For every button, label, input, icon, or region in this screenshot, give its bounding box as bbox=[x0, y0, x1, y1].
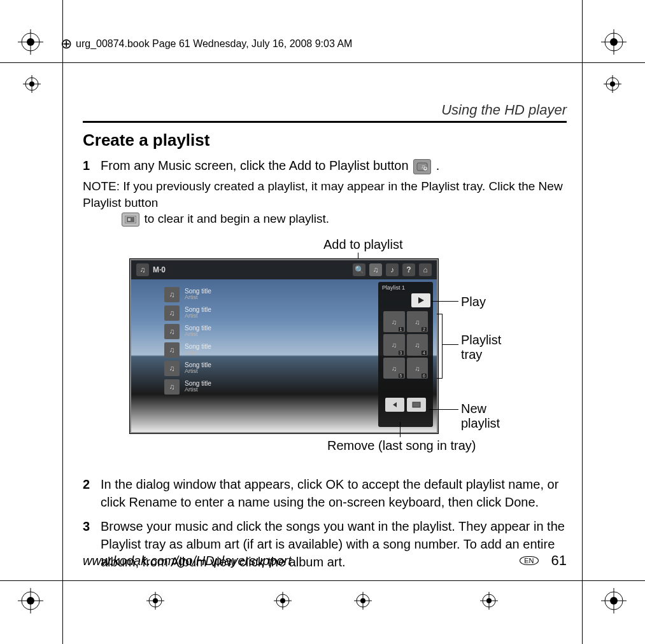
playlist-title: Playlist 1 bbox=[381, 284, 430, 291]
crop-mark-bl bbox=[18, 588, 43, 613]
tray-item[interactable]: ♫2 bbox=[407, 311, 429, 333]
tray-item[interactable]: ♫4 bbox=[407, 334, 429, 356]
song-artist: Artist bbox=[185, 313, 211, 319]
callout-add: Add to playlist bbox=[323, 237, 403, 252]
callout-tray: Playlist tray bbox=[461, 333, 501, 362]
frame-top bbox=[0, 62, 645, 63]
step-2-text: In the dialog window that appears, click… bbox=[101, 475, 567, 511]
document-header: ⊕ urg_00874.book Page 61 Wednesday, July… bbox=[60, 37, 352, 51]
play-button[interactable] bbox=[411, 293, 430, 307]
tray-item[interactable]: ♫6 bbox=[407, 358, 429, 379]
callout-play-line bbox=[432, 301, 458, 302]
list-item[interactable]: ♫ Song titleArtist bbox=[164, 361, 292, 376]
target-right bbox=[604, 75, 621, 93]
list-item[interactable]: ♫ Song titleArtist bbox=[164, 324, 292, 339]
header-mark-icon: ⊕ bbox=[60, 37, 72, 51]
album-art-icon: ♫ bbox=[164, 324, 180, 339]
hd-player-screenshot: ♫ M·0 🔍 ♫ ♪ ? ⌂ ♫ Song titleArtist ♫ Son… bbox=[130, 259, 438, 433]
svg-rect-46 bbox=[128, 218, 131, 221]
new-playlist-icon bbox=[122, 213, 139, 227]
remove-last-button[interactable] bbox=[385, 398, 404, 412]
frame-bottom bbox=[0, 580, 645, 581]
footer: www.kodak.com/go/HDplayersupport EN 61 bbox=[83, 552, 567, 569]
frame-left bbox=[62, 0, 63, 644]
footer-url: www.kodak.com/go/HDplayersupport bbox=[83, 554, 520, 568]
album-art-icon: ♫ bbox=[164, 361, 180, 376]
target-bottom-3 bbox=[354, 592, 372, 610]
note: NOTE: If you previously created a playli… bbox=[83, 178, 567, 227]
step-1-body: From any Music screen, click the Add to … bbox=[101, 157, 567, 174]
tray-bracket bbox=[437, 314, 443, 379]
callout-remove: Remove (last song in tray) bbox=[327, 438, 476, 453]
search-icon[interactable]: 🔍 bbox=[353, 263, 365, 276]
section-header: Using the HD player bbox=[83, 102, 567, 123]
callout-new-line bbox=[429, 409, 458, 410]
song-artist: Artist bbox=[185, 295, 211, 301]
svg-rect-48 bbox=[413, 402, 420, 407]
language-badge: EN bbox=[520, 556, 538, 565]
step-1-text-b: . bbox=[436, 158, 440, 172]
page-number: 61 bbox=[551, 552, 567, 569]
breadcrumb: M·0 bbox=[153, 265, 166, 274]
song-artist: Artist bbox=[185, 350, 211, 356]
new-playlist-button[interactable] bbox=[407, 398, 426, 412]
note-text-a: If you previously created a playlist, it… bbox=[83, 179, 563, 209]
list-item[interactable]: ♫ Song titleArtist bbox=[164, 342, 292, 358]
note-label: NOTE: bbox=[83, 179, 123, 193]
target-bottom-1 bbox=[146, 592, 164, 610]
crop-mark-br bbox=[601, 588, 627, 613]
callout-remove-line bbox=[400, 422, 400, 437]
album-art-icon: ♫ bbox=[164, 305, 180, 321]
page-title: Create a playlist bbox=[83, 130, 567, 150]
crop-mark-tr bbox=[601, 29, 627, 55]
help-icon[interactable]: ? bbox=[402, 263, 415, 276]
step-1-number: 1 bbox=[83, 157, 92, 174]
album-art-icon: ♫ bbox=[164, 342, 180, 358]
callout-new: New playlist bbox=[461, 402, 500, 431]
tray-item[interactable]: ♫5 bbox=[383, 358, 405, 379]
callout-tray-line bbox=[442, 344, 458, 345]
topbar: ♫ M·0 🔍 ♫ ♪ ? ⌂ bbox=[131, 260, 437, 279]
album-art-icon: ♫ bbox=[164, 287, 180, 302]
playlist-tray: ♫1 ♫2 ♫3 ♫4 ♫5 ♫6 bbox=[383, 311, 428, 379]
song-artist: Artist bbox=[185, 368, 211, 375]
list-item[interactable]: ♫ Song titleArtist bbox=[164, 287, 292, 302]
callout-play: Play bbox=[461, 295, 486, 309]
tray-item[interactable]: ♫3 bbox=[383, 334, 405, 356]
music-icon: ♫ bbox=[136, 263, 149, 276]
target-left bbox=[23, 75, 41, 93]
playlist-panel: Playlist 1 ♫1 ♫2 ♫3 ♫4 ♫5 ♫6 bbox=[378, 282, 433, 427]
add-to-playlist-button[interactable]: ♫ bbox=[369, 263, 382, 276]
list-item[interactable]: ♫ Song titleArtist bbox=[164, 379, 292, 395]
svg-marker-47 bbox=[418, 297, 424, 304]
note-text-b: to clear it and begin a new playlist. bbox=[145, 212, 329, 225]
album-art-icon: ♫ bbox=[164, 379, 180, 395]
step-1-text-a: From any Music screen, click the Add to … bbox=[101, 158, 412, 172]
step-2-number: 2 bbox=[83, 475, 92, 511]
header-text: urg_00874.book Page 61 Wednesday, July 1… bbox=[76, 38, 352, 50]
tray-item[interactable]: ♫1 bbox=[383, 311, 405, 333]
song-artist: Artist bbox=[185, 387, 211, 393]
song-list: ♫ Song titleArtist ♫ Song titleArtist ♫ … bbox=[164, 287, 292, 398]
step-2: 2 In the dialog window that appears, cli… bbox=[83, 475, 567, 511]
step-1: 1 From any Music screen, click the Add t… bbox=[83, 157, 567, 174]
home-icon[interactable]: ⌂ bbox=[419, 263, 432, 276]
figure: Add to playlist ♫ M·0 🔍 ♫ ♪ ? ⌂ ♫ Song t… bbox=[83, 237, 567, 466]
song-artist: Artist bbox=[185, 332, 211, 338]
svg-text:+: + bbox=[424, 166, 427, 171]
target-bottom-4 bbox=[480, 592, 498, 610]
crop-mark-tl bbox=[18, 29, 43, 55]
add-to-playlist-icon: ♫+ bbox=[413, 159, 431, 174]
music-nav-icon[interactable]: ♪ bbox=[386, 263, 399, 276]
frame-right bbox=[582, 0, 583, 644]
list-item[interactable]: ♫ Song titleArtist bbox=[164, 305, 292, 321]
target-bottom-2 bbox=[274, 592, 292, 610]
